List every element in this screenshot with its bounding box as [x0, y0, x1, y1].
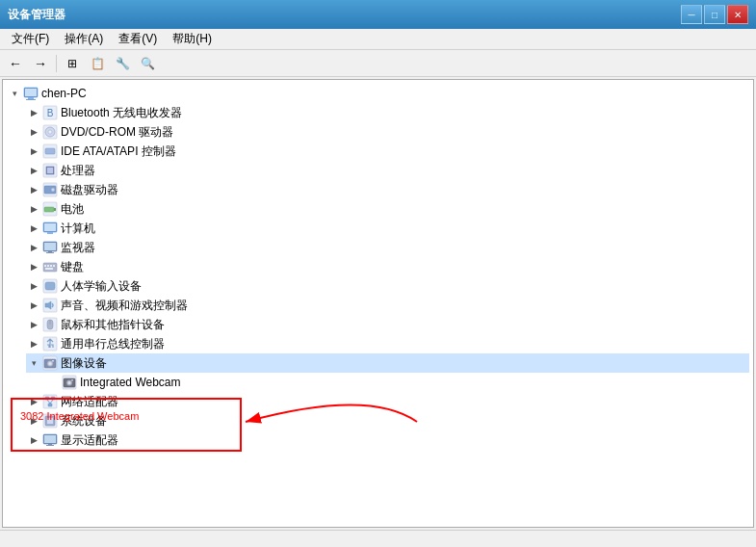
- tree-label-battery: 电池: [61, 201, 84, 218]
- expand-cpu[interactable]: ▶: [26, 163, 41, 178]
- svg-rect-22: [47, 232, 53, 234]
- expand-usb[interactable]: ▶: [26, 336, 41, 352]
- expand-imaging[interactable]: ▾: [26, 355, 41, 371]
- maximize-button[interactable]: □: [704, 5, 725, 24]
- tree-row-bluetooth[interactable]: ▶ B Bluetooth 无线电收发器: [26, 103, 749, 122]
- tree-panel[interactable]: ▾ chen-PC ▶ B Bluetooth 无线电: [3, 80, 753, 527]
- icon-bluetooth: B: [41, 104, 59, 121]
- svg-rect-1: [28, 97, 34, 99]
- expand-bluetooth[interactable]: ▶: [26, 105, 41, 120]
- icon-system: [41, 412, 59, 430]
- tree-row-dvd[interactable]: ▶ DVD/CD-ROM 驱动器: [26, 122, 749, 142]
- menu-file[interactable]: 文件(F): [4, 29, 57, 49]
- svg-rect-29: [47, 265, 49, 267]
- svg-rect-28: [44, 265, 46, 267]
- svg-rect-62: [48, 444, 52, 445]
- tree-item-bluetooth: ▶ B Bluetooth 无线电收发器: [26, 103, 749, 122]
- tree-row-cpu[interactable]: ▶ 处理器: [26, 161, 749, 180]
- expand-keyboard[interactable]: ▶: [26, 259, 41, 274]
- tree-label-display: 显示适配器: [61, 432, 118, 449]
- tree-row-ide[interactable]: ▶ IDE ATA/ATAPI 控制器: [26, 142, 749, 161]
- tree-row-system[interactable]: ▶ 系统设备: [26, 411, 749, 430]
- expand-monitor[interactable]: ▶: [26, 240, 41, 255]
- tree-item-webcam: Integrated Webcam: [45, 373, 749, 392]
- svg-rect-63: [46, 445, 54, 446]
- tree-item-imaging: ▾ 图像设备: [26, 353, 749, 392]
- menu-view[interactable]: 查看(V): [111, 29, 165, 49]
- expand-hid[interactable]: ▶: [26, 278, 41, 294]
- tree-row-battery[interactable]: ▶ 电池: [26, 199, 749, 219]
- tree-row-monitor[interactable]: ▶ 监视器: [26, 238, 749, 257]
- tree-row-disk[interactable]: ▶ 磁盘驱动器: [26, 180, 749, 199]
- tree-label-network: 网络适配器: [61, 394, 118, 410]
- toolbar-separator-1: [56, 55, 57, 72]
- expand-dvd[interactable]: ▶: [26, 124, 41, 140]
- icon-usb: [41, 335, 59, 352]
- tree-item-mouse: ▶ 鼠标和其他指针设备: [26, 315, 749, 334]
- properties-button[interactable]: ⊞: [61, 53, 84, 74]
- tree-item-display: ▶ 显示适配器: [26, 430, 749, 450]
- svg-rect-53: [51, 397, 55, 400]
- tree-row-mouse[interactable]: ▶ 鼠标和其他指针设备: [26, 315, 749, 334]
- expand-root[interactable]: ▾: [7, 86, 22, 101]
- tree-item-disk: ▶ 磁盘驱动器: [26, 180, 749, 199]
- tree-row-network[interactable]: ▶ 网络适配器: [26, 392, 749, 411]
- minimize-button[interactable]: ─: [681, 5, 702, 24]
- expand-network[interactable]: ▶: [26, 394, 41, 409]
- icon-dvd: [41, 123, 59, 141]
- expand-battery[interactable]: ▶: [26, 201, 41, 217]
- tree-row-webcam[interactable]: Integrated Webcam: [45, 373, 749, 392]
- tree-label-hid: 人体学输入设备: [61, 278, 142, 295]
- back-button[interactable]: ←: [4, 53, 27, 74]
- tree-row-computer[interactable]: ▶ 计算机: [26, 219, 749, 238]
- svg-rect-26: [46, 252, 54, 253]
- tree-item-system: ▶ 系统设备: [26, 411, 749, 430]
- tree-row-root[interactable]: ▾ chen-PC: [7, 84, 749, 103]
- tree-item-computer: ▶ 计算机: [26, 219, 749, 238]
- expand-display[interactable]: ▶: [26, 432, 41, 448]
- update-button[interactable]: 📋: [86, 53, 109, 74]
- tree-label-keyboard: 键盘: [61, 259, 84, 275]
- icon-disk: [41, 181, 59, 198]
- icon-imaging: [41, 354, 59, 372]
- svg-rect-24: [44, 243, 56, 250]
- svg-rect-13: [47, 168, 53, 173]
- tree-row-hid[interactable]: ▶ 人体学输入设备: [26, 276, 749, 296]
- icon-hid: [41, 277, 59, 295]
- tree-item-root: ▾ chen-PC ▶ B Bluetooth 无线电: [7, 84, 749, 450]
- tree-row-display[interactable]: ▶ 显示适配器: [26, 430, 749, 450]
- expand-sound[interactable]: ▶: [26, 298, 41, 313]
- tree-label-sound: 声音、视频和游戏控制器: [61, 298, 188, 314]
- expand-computer[interactable]: ▶: [26, 221, 41, 236]
- tree-item-ide: ▶ IDE ATA/ATAPI 控制器: [26, 142, 749, 161]
- svg-text:B: B: [47, 108, 54, 118]
- scan-button[interactable]: 🔍: [136, 53, 159, 74]
- icon-computer2: [41, 220, 59, 237]
- uninstall-button[interactable]: 🔧: [111, 53, 134, 74]
- svg-point-44: [49, 362, 52, 365]
- expand-mouse[interactable]: ▶: [26, 317, 41, 332]
- expand-ide[interactable]: ▶: [26, 143, 41, 159]
- menu-action[interactable]: 操作(A): [57, 29, 111, 49]
- tree-item-cpu: ▶ 处理器: [26, 161, 749, 180]
- close-button[interactable]: ✕: [727, 5, 748, 24]
- expand-system[interactable]: ▶: [26, 413, 41, 429]
- forward-button[interactable]: →: [29, 53, 52, 74]
- tree-row-imaging[interactable]: ▾ 图像设备: [26, 353, 749, 373]
- tree-label-webcam: Integrated Webcam: [80, 376, 181, 389]
- expand-disk[interactable]: ▶: [26, 182, 41, 197]
- svg-rect-34: [45, 282, 55, 290]
- expand-webcam-placeholder: [45, 375, 61, 390]
- svg-rect-61: [44, 435, 56, 443]
- tree-row-keyboard[interactable]: ▶ 键盘: [26, 257, 749, 276]
- svg-rect-52: [45, 397, 49, 400]
- svg-rect-10: [45, 148, 55, 154]
- device-tree: ▾ chen-PC ▶ B Bluetooth 无线电: [7, 84, 749, 450]
- window-controls: ─ □ ✕: [681, 5, 748, 24]
- tree-label-dvd: DVD/CD-ROM 驱动器: [61, 124, 173, 141]
- icon-computer: [22, 85, 39, 102]
- icon-monitor: [41, 239, 59, 256]
- menu-help[interactable]: 帮助(H): [165, 29, 220, 49]
- tree-row-usb[interactable]: ▶ 通用串行总线控制器: [26, 334, 749, 353]
- tree-row-sound[interactable]: ▶ 声音、视频和游戏控制器: [26, 296, 749, 315]
